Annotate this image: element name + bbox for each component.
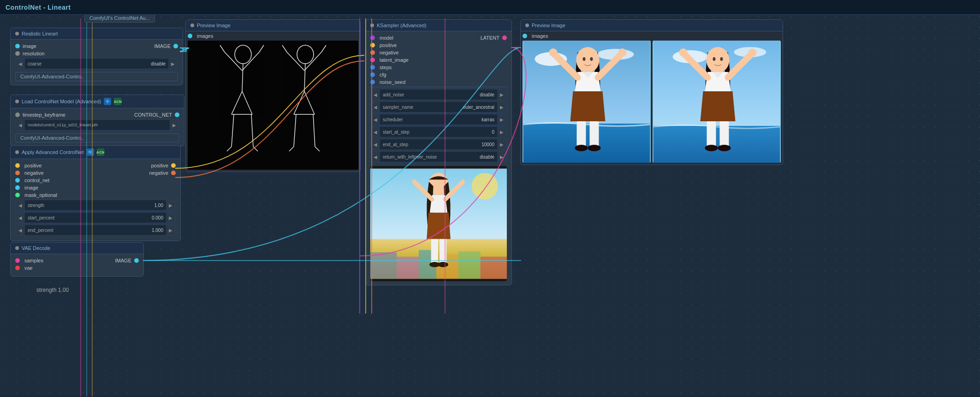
start-at-step-left-arrow[interactable]: ◀ [371, 127, 380, 137]
svg-rect-42 [370, 252, 397, 278]
control-start-at-step[interactable]: ◀ start_at_step 0 ▶ [370, 126, 507, 137]
header-dot [370, 24, 374, 27]
port-row-resolution: resolution [15, 51, 178, 56]
control-start-percent[interactable]: ◀ start_percent 0.000 ▶ [15, 212, 176, 223]
sampler-name-left-arrow[interactable]: ◀ [371, 102, 380, 112]
progress-bar-container [0, 395, 980, 397]
ref-node-comfyui-advanced: ComfyUI-Advanced-Contro.. [15, 72, 178, 81]
port-row-control-net: control_net [15, 178, 176, 183]
port-image-out [173, 44, 178, 48]
svg-rect-43 [397, 257, 419, 279]
return-leftover-right-arrow[interactable]: ▶ [497, 152, 506, 162]
node-preview1: Preview Image images [185, 19, 361, 172]
port-controlnet-out [175, 113, 179, 117]
start-percent-right-arrow[interactable]: ▶ [166, 213, 175, 223]
svg-rect-63 [590, 121, 599, 147]
node-load-controlnet: Load ControlNet Model (Advanced) 🔷 ACN t… [10, 95, 184, 147]
sampler-name-right-arrow[interactable]: ▶ [497, 102, 506, 112]
load-controlnet-header: Load ControlNet Model (Advanced) 🔷 ACN [11, 95, 184, 108]
svg-point-68 [549, 48, 558, 57]
realistic-lineart-body: image IMAGE resolution ◀ coarse disable [11, 40, 183, 85]
add-noise-left-arrow[interactable]: ◀ [371, 89, 380, 100]
svg-point-59 [576, 47, 600, 73]
svg-rect-77 [707, 121, 716, 147]
control-scheduler[interactable]: ◀ scheduler karras ▶ [370, 114, 507, 125]
port-steps-in [370, 65, 375, 70]
control-sampler-name[interactable]: ◀ sampler_name euler_ancestral ▶ [370, 101, 507, 113]
vae-decode-body: samples IMAGE vae [11, 254, 143, 276]
port-vae-in [15, 266, 20, 270]
ref-node-comfyui-controlnet: ComfyUI's ControlNet Au... [84, 13, 155, 23]
preview1-body: images [186, 31, 360, 172]
scheduler-left-arrow[interactable]: ◀ [371, 114, 380, 124]
end-percent-left-arrow[interactable]: ◀ [16, 225, 25, 235]
add-noise-right-arrow[interactable]: ▶ [497, 89, 506, 100]
svg-point-40 [472, 173, 498, 199]
svg-rect-47 [481, 257, 507, 279]
end-percent-right-arrow[interactable]: ▶ [166, 225, 175, 235]
ksampler-header: KSampler (Advanced) [366, 20, 511, 31]
start-at-step-right-arrow[interactable]: ▶ [497, 127, 506, 137]
svg-point-74 [707, 47, 730, 73]
preview1-image-container [188, 41, 358, 170]
preview2-image-right [653, 41, 781, 163]
control-controlnet-name[interactable]: ◀ models/control_v11p_sd15_lineart.pth ▶ [15, 119, 179, 130]
header-dot [15, 246, 19, 250]
port-row-noise-seed: noise_seed [370, 79, 507, 85]
controlnet-name-right-arrow[interactable]: ▶ [170, 120, 179, 130]
badge-acn: ACN [114, 98, 121, 105]
port-row-vae: vae [15, 265, 139, 271]
control-coarse[interactable]: ◀ coarse disable ▶ [15, 58, 178, 69]
strength-left-arrow[interactable]: ◀ [16, 200, 25, 210]
node-ksampler: KSampler (Advanced) model LATENT positiv… [365, 19, 512, 285]
port-row-image2: image [15, 185, 176, 190]
scheduler-right-arrow[interactable]: ▶ [497, 114, 506, 124]
controlnet-name-left-arrow[interactable]: ◀ [16, 120, 25, 130]
coarse-right-arrow[interactable]: ▶ [168, 59, 178, 69]
port-positive-out [171, 163, 176, 168]
svg-point-61 [590, 57, 593, 61]
port-ksampler-negative-in [370, 50, 375, 55]
control-end-at-step[interactable]: ◀ end_at_step 10000 ▶ [370, 139, 507, 150]
title-bar: ControlNet - Lineart [0, 0, 980, 15]
control-return-leftover[interactable]: ◀ return_with_leftover_noise disable ▶ [370, 151, 507, 162]
end-at-step-left-arrow[interactable]: ◀ [371, 139, 380, 149]
port-model-in [370, 36, 375, 40]
node-vae-decode: VAE Decode samples IMAGE vae [10, 242, 144, 277]
ksampler-body: model LATENT positive negative [366, 31, 511, 285]
header-dot [15, 32, 19, 36]
preview2-header: Preview Image [521, 20, 783, 31]
vae-decode-header: VAE Decode [11, 243, 143, 254]
preview2-body: images [521, 31, 783, 165]
svg-rect-50 [440, 239, 446, 263]
node-apply-controlnet: Apply Advanced ControlNet 🔷 ACN positive… [10, 145, 181, 241]
strength-right-arrow[interactable]: ▶ [166, 200, 175, 210]
end-at-step-right-arrow[interactable]: ▶ [497, 139, 506, 149]
coarse-left-arrow[interactable]: ◀ [16, 59, 25, 69]
apply-controlnet-header: Apply Advanced ControlNet 🔷 ACN [11, 146, 180, 159]
control-add-noise[interactable]: ◀ add_noise disable ▶ [370, 89, 507, 100]
port-images1-in [188, 34, 192, 38]
port-row-latent-image: latent_image [370, 57, 507, 63]
node-preview2: Preview Image images [520, 19, 783, 165]
port-row-images1: images [188, 33, 358, 39]
ksampler-preview-thumbnail [370, 166, 507, 281]
header-dot [190, 24, 194, 27]
control-strength[interactable]: ◀ strength 1.00 ▶ [15, 200, 176, 211]
svg-rect-12 [188, 41, 358, 170]
port-row-samples: samples IMAGE [15, 258, 139, 263]
header-dot [525, 24, 529, 27]
start-percent-left-arrow[interactable]: ◀ [16, 213, 25, 223]
port-row-timestep: timestep_keyframe CONTROL_NET [15, 112, 179, 118]
port-negative-out [171, 171, 176, 175]
port-latent-out [502, 36, 507, 40]
svg-point-60 [583, 57, 586, 61]
badge-acn2: ACN [97, 148, 104, 156]
badge-blue2: 🔷 [87, 148, 94, 156]
control-end-percent[interactable]: ◀ end_percent 1.000 ▶ [15, 225, 176, 236]
ref-node-load-advanced: ComfyUI-Advanced-Contro.. [15, 133, 179, 142]
svg-rect-46 [458, 251, 481, 278]
port-timestep-in [15, 113, 20, 117]
return-leftover-left-arrow[interactable]: ◀ [371, 152, 380, 162]
svg-point-84 [748, 48, 757, 57]
